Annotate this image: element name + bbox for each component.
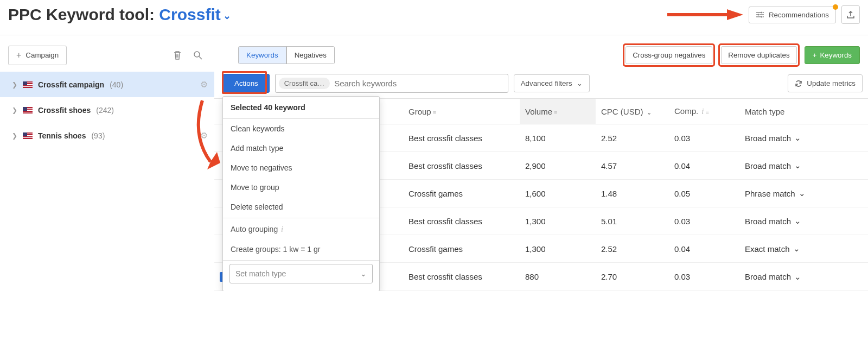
chevron-down-icon: ⌄ [647,109,652,116]
campaign-count: (93) [91,131,105,140]
recommendations-button[interactable]: Recommendations [749,7,836,23]
search-icon [194,51,202,60]
action-move-to-negatives[interactable]: Move to negatives [223,158,379,178]
annotation-highlight: Remove duplicates [720,45,797,65]
update-metrics-label: Update metrics [807,79,856,87]
action-delete-selected[interactable]: Delete selected [223,197,379,217]
svg-marker-0 [667,9,743,20]
chevron-down-icon: ⌄ [794,216,801,226]
cell-match[interactable]: Broad match ⌄ [739,263,868,291]
info-icon: i [281,225,283,233]
sidebar-item-tennis-shoes[interactable]: ❯ Tennis shoes (93) ⚙ [0,123,214,148]
col-volume[interactable]: Volume≡ [520,99,596,124]
project-selector[interactable]: Crossfit⌄ [159,5,231,23]
cell-match[interactable]: Broad match ⌄ [739,152,868,180]
remove-duplicates-button[interactable]: Remove duplicates [721,46,796,64]
svg-point-3 [761,16,762,18]
set-match-type-select[interactable]: Set match type ⌄ [229,264,373,283]
sidebar-item-crossfit-shoes[interactable]: ❯ Crossfit shoes (242) ⚙ [0,97,214,123]
content-area: Actions Crossfit ca… Advanced filters ⌄ … [214,72,868,291]
gear-icon[interactable]: ⚙ [200,79,208,90]
col-match-type[interactable]: Match type [739,99,868,124]
update-metrics-button[interactable]: Update metrics [788,74,863,92]
annotation-highlight: Cross-group negatives [624,45,713,65]
cell-match[interactable]: Exact match ⌄ [739,235,868,263]
main-area: ❯ Crossfit campaign (40) ⚙ ❯ Crossfit sh… [0,72,868,291]
gear-icon[interactable]: ⚙ [200,130,208,141]
refresh-icon [795,80,802,87]
project-name: Crossfit [159,5,220,23]
cell-match[interactable]: Broad match ⌄ [739,207,868,235]
tab-negatives[interactable]: Negatives [286,47,334,64]
flag-us-icon [23,132,33,139]
sidebar-item-crossfit-campaign[interactable]: ❯ Crossfit campaign (40) ⚙ [0,72,214,97]
chevron-down-icon: ⌄ [577,79,583,87]
cell-match[interactable]: Phrase match ⌄ [739,180,868,207]
cell-comp: 0.04 [669,152,739,180]
chevron-down-icon: ⌄ [799,188,806,198]
campaign-count: (242) [96,106,114,115]
search-icon-button[interactable] [190,48,206,63]
cell-cpc: 2.70 [596,263,669,291]
search-keywords-input[interactable] [333,77,505,90]
action-clean-keywords[interactable]: Clean keywords [223,119,379,138]
notification-dot [833,4,838,10]
header-actions: Recommendations [667,5,860,24]
chevron-right-icon: ❯ [12,81,17,89]
page-header: PPC Keyword tool: Crossfit⌄ Recommendati… [0,0,868,35]
tab-segment: Keywords Negatives [238,46,335,64]
add-keywords-button[interactable]: + Keywords [805,46,860,64]
action-add-match-type[interactable]: Add match type [223,138,379,158]
cell-match[interactable]: Broad match ⌄ [739,124,868,152]
cross-group-negatives-button[interactable]: Cross-group negatives [626,46,712,64]
chevron-down-icon: ⌄ [360,269,367,278]
recommendations-label: Recommendations [769,11,829,19]
cell-group: Best crossfit classes [403,207,520,235]
cell-cpc: 2.52 [596,124,669,152]
chevron-down-icon: ⌄ [794,133,801,143]
flag-us-icon [23,81,33,88]
page-title: PPC Keyword tool: Crossfit⌄ [8,5,231,24]
cell-volume: 2,900 [520,152,596,180]
advanced-filters-button[interactable]: Advanced filters ⌄ [514,74,590,92]
cell-group: Best crossfit classes [403,152,520,180]
svg-point-2 [757,14,759,16]
cell-group: Best crossfit classes [403,124,520,152]
cell-cpc: 5.01 [596,207,669,235]
cell-comp: 0.05 [669,180,739,207]
cell-group: Best crossfit classes [403,263,520,291]
add-campaign-button[interactable]: + Campaign [8,46,67,65]
auto-grouping-label: Auto grouping i [223,219,379,239]
actions-dropdown: Selected 40 keyword Clean keywords Add m… [222,96,380,291]
toolbar-right: Cross-group negatives Remove duplicates … [624,45,860,65]
chevron-down-icon: ⌄ [223,10,231,21]
filter-tag[interactable]: Crossfit ca… [279,78,330,89]
export-icon [847,11,854,18]
delete-icon-button[interactable] [170,47,185,64]
col-cpc[interactable]: CPC (USD) ⌄ [596,99,669,124]
sort-icon: ≡ [554,109,557,116]
col-group[interactable]: Group≡ [403,99,520,124]
annotation-arrow-right [667,8,743,21]
set-match-placeholder: Set match type [235,269,286,278]
flag-us-icon [23,107,33,113]
cell-comp: 0.04 [669,235,739,263]
title-prefix: PPC Keyword tool: [8,5,155,23]
filter-row: Actions Crossfit ca… Advanced filters ⌄ … [214,72,868,98]
campaign-name: Crossfit shoes [38,106,91,115]
export-button[interactable] [841,5,860,24]
col-comp[interactable]: Comp. i≡ [669,99,739,124]
campaign-name: Crossfit campaign [38,80,104,89]
svg-point-4 [194,52,200,57]
campaign-name: Tennis shoes [38,131,86,140]
cell-volume: 8,100 [520,124,596,152]
sort-icon: ≡ [706,109,709,115]
actions-button[interactable]: Actions [223,74,270,93]
sort-icon: ≡ [433,109,436,116]
tab-keywords[interactable]: Keywords [239,47,286,64]
cell-cpc: 2.52 [596,235,669,263]
sliders-icon [756,11,764,18]
campaign-count: (40) [110,80,123,89]
search-keywords-input-wrap[interactable]: Crossfit ca… [275,74,508,93]
action-move-to-group[interactable]: Move to group [223,178,379,197]
